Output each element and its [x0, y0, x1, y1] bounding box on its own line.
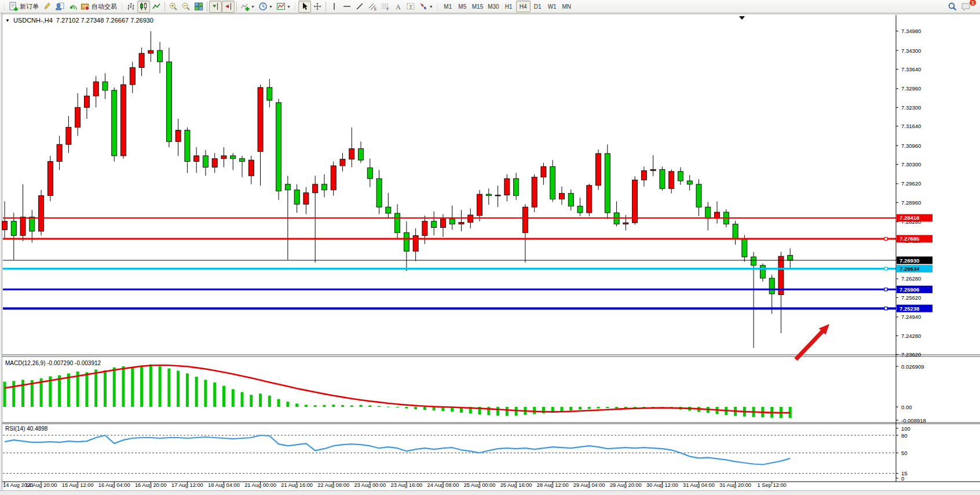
chart-canvas[interactable]: 7.349807.343007.336407.329607.323007.316… [0, 13, 980, 495]
macd-bar [569, 407, 572, 410]
periods-button[interactable]: ▼ [257, 1, 275, 13]
dropdown-caret: ▼ [269, 5, 273, 9]
templates-button[interactable]: ▼ [275, 1, 292, 13]
text-label-button[interactable]: T [404, 1, 417, 13]
svg-text:E: E [374, 7, 377, 11]
timeframe-m5[interactable]: M5 [455, 1, 470, 12]
timeframe-mn[interactable]: MN [560, 1, 574, 12]
notifications-button[interactable]: 1 [959, 1, 973, 13]
candle-body [39, 196, 44, 231]
time-axis[interactable]: 14 Aug 202314 Aug 20:0015 Aug 12:0016 Au… [3, 482, 787, 488]
macd-bar [131, 368, 134, 407]
macd-bar [496, 407, 499, 416]
chart-shift-button[interactable] [209, 1, 222, 13]
hline-handle[interactable] [884, 237, 887, 240]
candle-body [121, 85, 126, 156]
hline-handle[interactable] [884, 307, 887, 310]
text-button[interactable]: A [392, 1, 404, 13]
vertical-line-button[interactable] [328, 1, 341, 13]
macd-name: MACD(12,26,9) [5, 360, 45, 366]
candle-body [459, 223, 464, 224]
candle-body [112, 90, 117, 156]
equidistant-channel-button[interactable]: E [366, 1, 379, 13]
macd-bar [506, 407, 509, 416]
candle-body [605, 154, 610, 213]
signals-button[interactable] [66, 1, 79, 13]
search-button[interactable] [946, 1, 959, 13]
bar-chart-icon [126, 2, 136, 11]
toolbar-separator [207, 2, 207, 12]
toolbar-separator [164, 2, 165, 12]
price-tick-label: 7.23620 [901, 351, 921, 358]
symbol-dropdown-icon[interactable]: ▼ [5, 18, 10, 23]
macd-bar [94, 370, 97, 407]
community-button[interactable] [53, 1, 66, 13]
auto-scroll-button[interactable] [222, 1, 235, 13]
candle-body [47, 162, 53, 196]
styler-button[interactable] [41, 1, 53, 13]
time-tick-label: 31 Aug 04:00 [683, 482, 715, 488]
auto-trading-button[interactable]: 自动交易 [79, 1, 119, 13]
arrows-button[interactable]: ▼ [417, 1, 435, 13]
timeframe-h1[interactable]: H1 [502, 1, 516, 12]
candle-body [532, 177, 537, 208]
candle-body [769, 278, 774, 294]
candle-body [84, 96, 89, 108]
timeframe-m30[interactable]: M30 [485, 1, 501, 12]
macd-bar [140, 366, 143, 407]
candlestick-chart-button[interactable] [137, 1, 150, 13]
timeframe-h4[interactable]: H4 [516, 1, 531, 12]
time-tick-label: 1 Sep 12:00 [758, 482, 787, 488]
crosshair-button[interactable] [311, 1, 324, 13]
candle-body [212, 159, 217, 168]
macd-bar [232, 389, 235, 407]
chart-corner-dropdown-icon[interactable] [739, 16, 745, 20]
macd-bar [268, 396, 271, 407]
candle-body [587, 185, 592, 213]
candle-body [687, 181, 692, 184]
candle-body [349, 149, 354, 159]
horizontal-line-button[interactable] [341, 1, 353, 13]
toolbar-grip [120, 2, 123, 11]
candle-body [248, 160, 254, 176]
zoom-out-button[interactable] [180, 1, 192, 13]
candle-body [788, 256, 793, 260]
hline-handle[interactable] [884, 288, 887, 291]
candle-body [194, 156, 199, 162]
timeframe-m1[interactable]: M1 [441, 1, 455, 12]
time-tick-label: 14 Aug 20:00 [25, 482, 57, 488]
price-badge-label: 7.25906 [899, 286, 919, 293]
candle-body [742, 239, 747, 257]
price-tick-label: 7.25620 [901, 294, 921, 301]
rsi-name: RSI(14) [5, 425, 25, 432]
zoom-in-button[interactable] [167, 1, 180, 13]
toolbar-separator [326, 2, 326, 12]
timeframe-d1[interactable]: D1 [531, 1, 545, 12]
rsi-tick-label: 50 [901, 450, 908, 456]
text-label-icon: T [406, 2, 415, 11]
candle-body [404, 232, 409, 251]
macd-bar [204, 380, 207, 407]
line-chart-button[interactable] [150, 1, 163, 13]
clock-icon [258, 2, 268, 11]
trading-terminal: 新订单 [0, 0, 980, 495]
hline-handle[interactable] [884, 267, 887, 270]
candle-body [559, 194, 564, 199]
candle-body [303, 193, 309, 205]
candle-body [660, 169, 665, 188]
tile-windows-button[interactable] [192, 1, 205, 13]
trendline-button[interactable] [353, 1, 366, 13]
macd-bar [58, 375, 61, 407]
indicators-button[interactable]: ▼ [239, 1, 257, 13]
rsi-tick-label: 100 [901, 425, 910, 432]
fibonacci-button[interactable]: F [379, 1, 392, 13]
timeframe-w1[interactable]: W1 [545, 1, 560, 12]
candle-body [696, 184, 701, 207]
macd-bar [149, 365, 152, 407]
bar-chart-button[interactable] [125, 1, 137, 13]
timeframe-m15[interactable]: M15 [470, 1, 485, 12]
new-order-button[interactable]: 新订单 [7, 1, 41, 13]
macd-bar [222, 386, 225, 407]
macd-bar [167, 369, 170, 407]
cursor-button[interactable] [298, 1, 311, 13]
